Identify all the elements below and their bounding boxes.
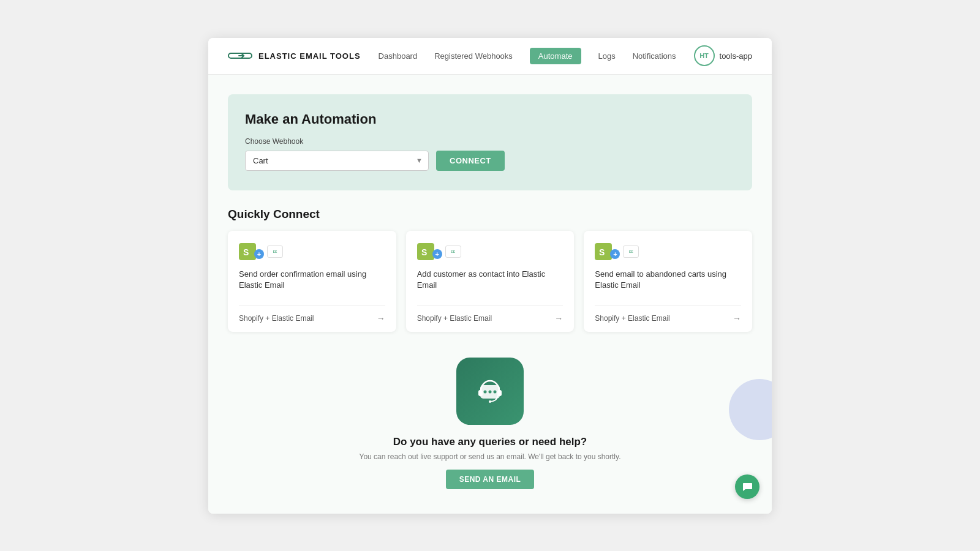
elastic-email-mini-icon: EE (267, 246, 283, 258)
chat-button[interactable] (735, 474, 760, 499)
card-1-footer-text: Shopify + Elastic Email (239, 314, 314, 323)
elastic-email-mini-icon-3: EE (623, 246, 639, 258)
plus-circle-icon-2: + (432, 249, 442, 259)
support-section: Do you have any queries or need help? Yo… (228, 351, 752, 489)
support-icon-wrapper (456, 358, 524, 425)
chat-icon (741, 481, 753, 493)
quickly-connect-title: Quickly Connect (228, 208, 752, 221)
nav-automate[interactable]: Automate (530, 48, 581, 64)
brand-logo-icon (228, 48, 252, 63)
support-title: Do you have any queries or need help? (393, 436, 587, 448)
shopify-icon: S (239, 243, 256, 260)
card-2-footer-text: Shopify + Elastic Email (417, 314, 492, 323)
brand: ELASTIC EMAIL TOOLS (228, 48, 361, 63)
support-headset-icon (472, 373, 508, 410)
card-1-description: Send order confirmation email using Elas… (239, 269, 385, 293)
automation-title: Make an Automation (245, 111, 735, 127)
main-content: Make an Automation Choose Webhook Cart O… (208, 75, 772, 514)
nav-logs[interactable]: Logs (598, 49, 616, 63)
arrow-right-icon: → (377, 313, 385, 323)
nav-webhooks[interactable]: Registered Webhooks (434, 49, 513, 63)
svg-point-9 (489, 390, 492, 393)
card-3-footer: Shopify + Elastic Email → (595, 305, 741, 323)
svg-point-10 (494, 390, 497, 393)
svg-point-13 (489, 400, 491, 403)
shopify-icon-3: S (595, 243, 612, 260)
brand-name: ELASTIC EMAIL TOOLS (258, 51, 361, 61)
shopify-icon-2: S (417, 243, 434, 260)
card-logos-2: S + EE (417, 243, 564, 260)
svg-point-8 (484, 390, 487, 393)
svg-text:S: S (243, 247, 249, 257)
card-2-description: Add customer as contact into Elastic Ema… (417, 269, 564, 293)
card-3-description: Send email to abandoned carts using Elas… (595, 269, 741, 293)
webhook-select[interactable]: Cart Order Customer (245, 151, 429, 171)
user-name: tools-app (720, 51, 752, 61)
send-email-button[interactable]: SEND AN EMAIL (446, 470, 535, 489)
webhook-select-wrapper: Cart Order Customer ▼ (245, 151, 429, 171)
arrow-right-icon-3: → (733, 313, 741, 323)
card-order-confirmation[interactable]: S + EE Send order confirmation email usi… (228, 231, 396, 332)
automation-section: Make an Automation Choose Webhook Cart O… (228, 94, 752, 190)
card-2-footer: Shopify + Elastic Email → (417, 305, 564, 323)
support-subtitle: You can reach out live support or send u… (360, 452, 621, 461)
card-1-footer: Shopify + Elastic Email → (239, 305, 385, 323)
navbar: ELASTIC EMAIL TOOLS Dashboard Registered… (208, 38, 772, 75)
arrow-right-icon-2: → (554, 313, 563, 323)
nav-dashboard[interactable]: Dashboard (379, 49, 418, 63)
connect-button[interactable]: CONNECT (436, 151, 505, 171)
card-add-customer[interactable]: S + EE Add customer as contact into Elas… (406, 231, 575, 332)
svg-text:S: S (599, 247, 605, 257)
plus-circle-icon: + (254, 249, 264, 259)
avatar: HT (694, 45, 715, 66)
card-logos-1: S + EE (239, 243, 385, 260)
svg-rect-12 (497, 390, 502, 396)
cards-row: S + EE Send order confirmation email usi… (228, 231, 752, 332)
plus-circle-icon-3: + (610, 249, 620, 259)
elastic-email-mini-icon-2: EE (445, 246, 461, 258)
user-section: HT tools-app (694, 45, 752, 66)
nav-notifications[interactable]: Notifications (633, 49, 676, 63)
webhook-label: Choose Webhook (245, 137, 735, 146)
card-3-footer-text: Shopify + Elastic Email (595, 314, 669, 323)
svg-text:S: S (421, 247, 427, 257)
nav-links: Dashboard Registered Webhooks Automate L… (379, 48, 676, 64)
svg-rect-11 (478, 390, 483, 396)
card-logos-3: S + EE (595, 243, 741, 260)
webhook-row: Cart Order Customer ▼ CONNECT (245, 151, 735, 171)
card-abandoned-carts[interactable]: S + EE Send email to abandoned carts usi… (584, 231, 752, 332)
